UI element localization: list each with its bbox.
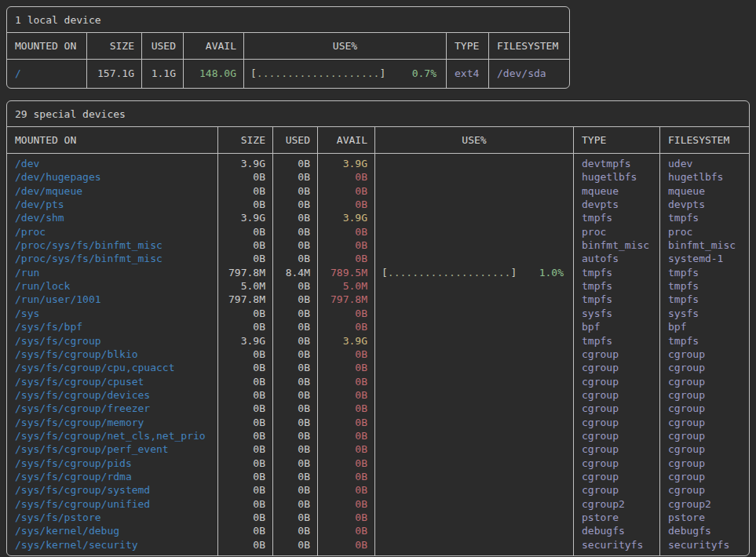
cell-used: 0B xyxy=(272,402,317,415)
cell-size: 0B xyxy=(217,184,272,198)
cell-filesystem: cgroup xyxy=(659,361,749,374)
cell-use-percent xyxy=(374,252,573,265)
cell-filesystem: cgroup xyxy=(659,416,749,429)
cell-filesystem: debugfs xyxy=(659,524,749,537)
cell-avail: 0B xyxy=(317,402,374,415)
cell-avail: 0B xyxy=(317,238,374,252)
cell-mounted-on: /sys/fs/cgroup/cpuset xyxy=(7,375,217,388)
cell-type: tmpfs xyxy=(573,279,659,293)
cell-size: 0B xyxy=(217,402,272,415)
cell-size: 3.9G xyxy=(217,211,272,224)
cell-used: 0B xyxy=(272,307,317,320)
cell-filesystem: cgroup2 xyxy=(659,497,749,511)
cell-filesystem: hugetlbfs xyxy=(659,170,749,184)
cell-avail: 0B xyxy=(317,225,374,238)
cell-use-percent xyxy=(374,416,573,429)
cell-mounted-on: /proc xyxy=(7,225,217,238)
cell-mounted-on: /sys/fs/bpf xyxy=(7,320,217,333)
table-row: /dev/pts 0B 0B 0B devpts devpts xyxy=(7,198,749,211)
table-row: /sys/fs/cgroup/memory 0B 0B 0B cgroup cg… xyxy=(7,416,749,429)
cell-type: cgroup xyxy=(573,348,659,361)
cell-use-percent xyxy=(374,170,573,184)
cell-used: 0B xyxy=(272,198,317,211)
column-header-used: USED xyxy=(141,33,183,60)
cell-avail: 0B xyxy=(317,361,374,374)
cell-filesystem: cgroup xyxy=(659,348,749,361)
cell-avail: 0B xyxy=(317,483,374,497)
cell-type: tmpfs xyxy=(573,293,659,306)
cell-type: proc xyxy=(573,225,659,238)
cell-used: 0B xyxy=(272,293,317,306)
cell-mounted-on: /sys/fs/cgroup/memory xyxy=(7,416,217,429)
special-devices-body: /dev 3.9G 0B 3.9G devtmpfs udev /dev/hug… xyxy=(7,154,749,555)
cell-size: 0B xyxy=(217,238,272,252)
cell-size: 0B xyxy=(217,388,272,402)
cell-used: 0B xyxy=(272,225,317,238)
cell-use-percent xyxy=(374,470,573,483)
column-header-filesystem: FILESYSTEM xyxy=(659,127,749,154)
cell-size: 0B xyxy=(217,524,272,537)
cell-used: 0B xyxy=(272,511,317,524)
cell-size: 3.9G xyxy=(217,334,272,348)
cell-type: ext4 xyxy=(446,60,488,87)
cell-used: 0B xyxy=(272,211,317,224)
cell-use-percent xyxy=(374,375,573,388)
column-header-used: USED xyxy=(272,127,317,154)
cell-size: 0B xyxy=(217,348,272,361)
column-header-size: SIZE xyxy=(217,127,272,154)
cell-type: cgroup xyxy=(573,470,659,483)
cell-filesystem: sysfs xyxy=(659,307,749,320)
cell-type: cgroup xyxy=(573,483,659,497)
cell-filesystem: tmpfs xyxy=(659,211,749,224)
cell-filesystem: devpts xyxy=(659,198,749,211)
table-row: / 157.1G 1.1G 148.0G [..................… xyxy=(7,60,569,87)
cell-type: hugetlbfs xyxy=(573,170,659,184)
cell-used: 0B xyxy=(272,154,317,170)
usage-bar: [....................] xyxy=(250,67,385,80)
table-row: /sys/fs/cgroup/cpuset 0B 0B 0B cgroup cg… xyxy=(7,375,749,388)
table-row: /run/user/1001 797.8M 0B 797.8M tmpfs tm… xyxy=(7,293,749,306)
cell-used: 0B xyxy=(272,497,317,511)
cell-used: 0B xyxy=(272,348,317,361)
cell-avail: 0B xyxy=(317,184,374,198)
cell-mounted-on: /sys/fs/cgroup/cpu,cpuacct xyxy=(7,361,217,374)
cell-type: cgroup xyxy=(573,416,659,429)
cell-type: tmpfs xyxy=(573,334,659,348)
table-row: /sys/fs/cgroup/pids 0B 0B 0B cgroup cgro… xyxy=(7,457,749,470)
cell-mounted-on: /sys/kernel/debug xyxy=(7,524,217,537)
cell-mounted-on: /proc/sys/fs/binfmt_misc xyxy=(7,252,217,265)
local-devices-table: 1 local device MOUNTED ON SIZE USED AVAI… xyxy=(6,6,570,89)
table-row: /sys/fs/cgroup/perf_event 0B 0B 0B cgrou… xyxy=(7,442,749,456)
cell-filesystem: securityfs xyxy=(659,538,749,555)
cell-size: 3.9G xyxy=(217,154,272,170)
table-row: /sys/fs/cgroup/blkio 0B 0B 0B cgroup cgr… xyxy=(7,348,749,361)
table-row: /dev/mqueue 0B 0B 0B mqueue mqueue xyxy=(7,184,749,198)
column-header-filesystem: FILESYSTEM xyxy=(488,33,569,60)
cell-filesystem: mqueue xyxy=(659,184,749,198)
terminal-screen: 1 local device MOUNTED ON SIZE USED AVAI… xyxy=(6,6,750,556)
cell-used: 0B xyxy=(272,416,317,429)
table-row: /sys/fs/cgroup/rdma 0B 0B 0B cgroup cgro… xyxy=(7,470,749,483)
cell-filesystem: cgroup xyxy=(659,375,749,388)
cell-size: 0B xyxy=(217,457,272,470)
cell-type: cgroup xyxy=(573,361,659,374)
cell-used: 0B xyxy=(272,320,317,333)
cell-type: cgroup xyxy=(573,429,659,442)
table-row: /sys/fs/cgroup/freezer 0B 0B 0B cgroup c… xyxy=(7,402,749,415)
cell-used: 1.1G xyxy=(141,60,183,87)
cell-avail: 0B xyxy=(317,429,374,442)
cell-used: 0B xyxy=(272,279,317,293)
column-header-use-percent: USE% xyxy=(243,33,446,60)
column-header-size: SIZE xyxy=(86,33,141,60)
cell-size: 0B xyxy=(217,225,272,238)
table-row: /sys/fs/cgroup/devices 0B 0B 0B cgroup c… xyxy=(7,388,749,402)
cell-type: cgroup xyxy=(573,388,659,402)
column-header-avail: AVAIL xyxy=(317,127,374,154)
cell-size: 0B xyxy=(217,307,272,320)
cell-mounted-on: /dev/pts xyxy=(7,198,217,211)
cell-mounted-on: /sys/fs/pstore xyxy=(7,511,217,524)
cell-mounted-on: /sys/fs/cgroup/unified xyxy=(7,497,217,511)
table-row: /sys/fs/pstore 0B 0B 0B pstore pstore xyxy=(7,511,749,524)
usage-percent: 1.0% xyxy=(539,266,564,279)
cell-filesystem: pstore xyxy=(659,511,749,524)
